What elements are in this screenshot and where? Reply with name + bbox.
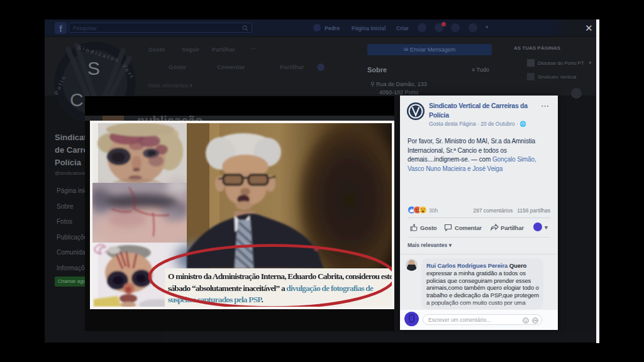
svg-text:sábado “absolutamente inaceitá: sábado “absolutamente inaceitável” a div… xyxy=(168,283,374,293)
svg-text:S: S xyxy=(87,58,100,79)
svg-text:C: C xyxy=(70,89,84,110)
svg-text:suspeitos capturados pela PSP.: suspeitos capturados pela PSP. xyxy=(168,295,264,304)
svg-text:O ministro da Administração In: O ministro da Administração Interna, Edu… xyxy=(168,272,392,281)
